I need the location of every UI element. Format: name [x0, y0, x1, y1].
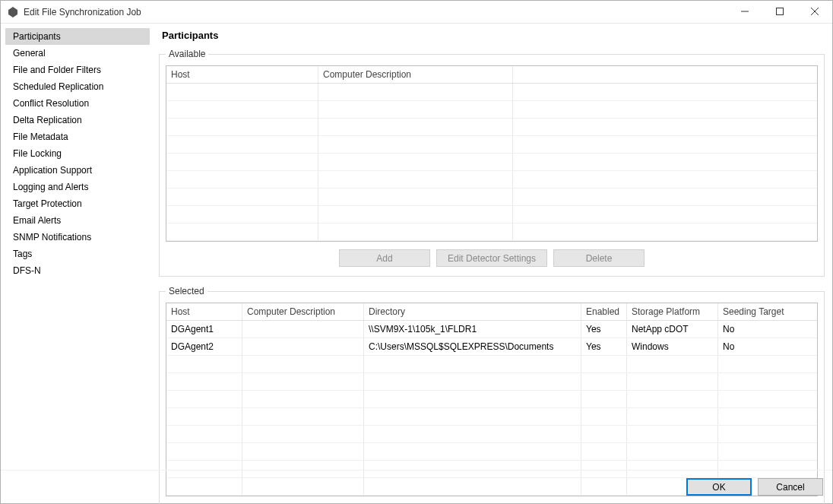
app-icon [7, 6, 19, 18]
cell-seeding-target: No [718, 338, 817, 355]
cell-storage-platform: NetApp cDOT [627, 321, 718, 338]
available-button-row: Add Edit Detector Settings Delete [166, 249, 818, 267]
sidebar-item-label: DFS-N [13, 265, 41, 276]
window-title: Edit File Synchronization Job [24, 7, 141, 17]
sidebar-item[interactable]: Scheduled Replication [5, 78, 150, 95]
sidebar-item-label: Scheduled Replication [13, 81, 103, 92]
col-header-enabled[interactable]: Enabled [581, 303, 627, 320]
table-row-empty [166, 373, 817, 391]
sidebar-item-label: File and Folder Filters [13, 65, 101, 75]
window-controls [727, 1, 832, 23]
cancel-button[interactable]: Cancel [758, 478, 823, 496]
table-row-empty [166, 171, 817, 189]
table-row-empty [166, 206, 817, 223]
sidebar-item[interactable]: File and Folder Filters [5, 62, 150, 78]
sidebar: ParticipantsGeneralFile and Folder Filte… [1, 24, 151, 470]
cell-directory: C:\Users\MSSQL$SQLEXPRESS\Documents [364, 338, 581, 355]
sidebar-item[interactable]: Email Alerts [5, 212, 150, 229]
table-row-empty [166, 223, 817, 241]
cell-desc [242, 321, 364, 338]
sidebar-item[interactable]: Logging and Alerts [5, 179, 150, 195]
col-header-seeding-target[interactable]: Seeding Target [718, 303, 817, 320]
table-row[interactable]: DGAgent1\\SVM9X-1\105k_1\FLDR1YesNetApp … [166, 321, 817, 338]
page-title: Participants [162, 30, 825, 41]
sidebar-item[interactable]: Delta Replication [5, 112, 150, 128]
window-root: Edit File Synchronization Job Participan… [0, 0, 833, 504]
sidebar-item-label: File Metadata [13, 132, 68, 142]
sidebar-item-label: General [13, 48, 46, 59]
dialog-footer: OK Cancel [1, 470, 832, 503]
sidebar-item-label: Delta Replication [13, 115, 82, 125]
main-panel: Participants Available Host Computer Des… [151, 24, 832, 470]
svg-marker-0 [8, 7, 17, 17]
table-row-empty [166, 136, 817, 154]
sidebar-item[interactable]: General [5, 45, 150, 62]
minimize-icon [741, 7, 749, 17]
sidebar-item-label: File Locking [13, 148, 62, 159]
table-row-empty [166, 154, 817, 171]
selected-grid[interactable]: Host Computer Description Directory Enab… [166, 303, 818, 496]
table-row-empty [166, 426, 817, 443]
cell-storage-platform: Windows [627, 338, 718, 355]
col-header-desc[interactable]: Computer Description [318, 66, 513, 83]
sidebar-item-label: Tags [13, 249, 32, 259]
sidebar-item[interactable]: SNMP Notifications [5, 229, 150, 246]
svg-rect-2 [777, 8, 784, 14]
sidebar-item[interactable]: Target Protection [5, 195, 150, 212]
sidebar-item-label: Participants [13, 31, 61, 42]
close-button[interactable] [797, 1, 832, 23]
maximize-icon [776, 7, 784, 17]
cell-host: DGAgent1 [166, 321, 242, 338]
close-icon [811, 7, 819, 17]
table-row-empty [166, 101, 817, 119]
selected-legend: Selected [166, 286, 207, 296]
cell-seeding-target: No [718, 321, 817, 338]
available-grid-body [166, 84, 817, 241]
sidebar-item-label: Email Alerts [13, 215, 61, 226]
sidebar-item[interactable]: DFS-N [5, 262, 150, 279]
cell-directory: \\SVM9X-1\105k_1\FLDR1 [364, 321, 581, 338]
sidebar-item[interactable]: File Locking [5, 145, 150, 162]
col-header-pad [513, 66, 817, 83]
sidebar-item[interactable]: Conflict Resolution [5, 95, 150, 112]
cell-desc [242, 338, 364, 355]
sidebar-item[interactable]: Application Support [5, 162, 150, 179]
cell-enabled: Yes [581, 321, 627, 338]
table-row-empty [166, 84, 817, 101]
sidebar-item-label: Target Protection [13, 198, 82, 209]
sidebar-item-label: Conflict Resolution [13, 98, 89, 109]
table-row-empty [166, 356, 817, 373]
col-header-host[interactable]: Host [166, 303, 242, 320]
sidebar-item-label: SNMP Notifications [13, 232, 91, 242]
edit-detector-settings-button[interactable]: Edit Detector Settings [436, 249, 547, 267]
cell-host: DGAgent2 [166, 338, 242, 355]
available-grid[interactable]: Host Computer Description [166, 65, 818, 242]
col-header-desc[interactable]: Computer Description [242, 303, 364, 320]
add-button[interactable]: Add [339, 249, 430, 267]
col-header-storage-platform[interactable]: Storage Platform [627, 303, 718, 320]
selected-grid-header: Host Computer Description Directory Enab… [166, 303, 817, 321]
sidebar-item-label: Logging and Alerts [13, 182, 88, 192]
sidebar-item-label: Application Support [13, 165, 92, 176]
table-row-empty [166, 119, 817, 136]
col-header-host[interactable]: Host [166, 66, 318, 83]
table-row-empty [166, 391, 817, 408]
delete-button[interactable]: Delete [553, 249, 645, 267]
maximize-button[interactable] [762, 1, 797, 23]
titlebar: Edit File Synchronization Job [1, 1, 832, 24]
ok-button[interactable]: OK [686, 478, 752, 496]
table-row-empty [166, 408, 817, 426]
available-grid-header: Host Computer Description [166, 66, 817, 84]
available-group: Available Host Computer Description Add … [159, 49, 825, 277]
sidebar-item[interactable]: File Metadata [5, 128, 150, 145]
body: ParticipantsGeneralFile and Folder Filte… [1, 24, 832, 470]
cell-enabled: Yes [581, 338, 627, 355]
sidebar-item[interactable]: Tags [5, 246, 150, 262]
table-row[interactable]: DGAgent2C:\Users\MSSQL$SQLEXPRESS\Docume… [166, 338, 817, 356]
minimize-button[interactable] [727, 1, 762, 23]
available-legend: Available [166, 49, 208, 59]
table-row-empty [166, 443, 817, 461]
col-header-directory[interactable]: Directory [364, 303, 581, 320]
table-row-empty [166, 189, 817, 206]
sidebar-item[interactable]: Participants [5, 28, 150, 45]
